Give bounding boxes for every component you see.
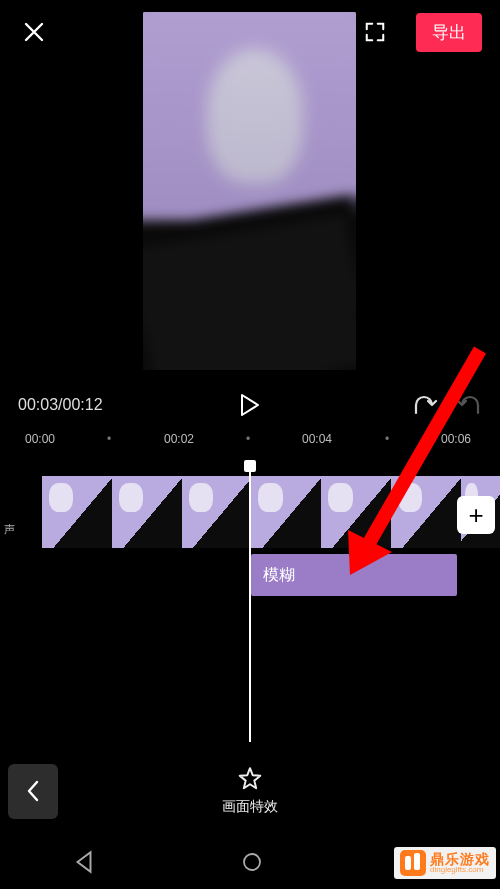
effect-clip-label: 模糊 (263, 565, 295, 586)
ruler-tick: 00:04 (302, 432, 332, 446)
ruler-dot: • (246, 432, 250, 446)
video-preview[interactable] (143, 12, 356, 370)
visual-effects-label: 画面特效 (222, 798, 278, 816)
fullscreen-icon (364, 21, 386, 43)
watermark-brand: 鼎乐游戏 (430, 852, 490, 866)
plus-icon: + (468, 500, 483, 531)
nav-home-button[interactable] (240, 850, 264, 874)
clip-thumb[interactable] (182, 476, 252, 548)
nav-back-button[interactable] (71, 849, 97, 875)
redo-button (456, 393, 482, 417)
close-button[interactable] (18, 16, 50, 48)
clip-thumb[interactable] (391, 476, 461, 548)
play-icon (239, 393, 261, 417)
clip-thumb[interactable] (321, 476, 391, 548)
time-display: 00:03/00:12 (18, 396, 103, 414)
timeline-ruler[interactable]: 00:00 • 00:02 • 00:04 • 00:06 (0, 432, 500, 454)
clip-thumb[interactable] (112, 476, 182, 548)
effect-clip-blur[interactable]: 模糊 (251, 554, 457, 596)
transport-bar: 00:03/00:12 (0, 388, 500, 422)
timeline[interactable]: 声 模糊 + (0, 462, 500, 762)
watermark: 鼎乐游戏 dinglegifts.com (394, 847, 496, 879)
nav-back-icon (71, 849, 97, 875)
ruler-tick: 00:00 (25, 432, 55, 446)
redo-icon (456, 393, 482, 417)
clip-thumb[interactable] (251, 476, 321, 548)
clip-thumbnails[interactable] (42, 476, 500, 548)
preview-blur-overlay (143, 12, 356, 370)
svg-point-2 (244, 854, 260, 870)
back-button[interactable] (8, 764, 58, 819)
ruler-tick: 00:06 (441, 432, 471, 446)
watermark-domain: dinglegifts.com (430, 866, 490, 874)
audio-track-label: 声 (4, 522, 15, 537)
ruler-dot: • (107, 432, 111, 446)
close-icon (22, 20, 46, 44)
undo-button[interactable] (412, 393, 438, 417)
export-button[interactable]: 导出 (416, 13, 482, 52)
playhead[interactable] (249, 462, 251, 742)
play-button[interactable] (239, 393, 261, 417)
chevron-left-icon (25, 779, 41, 803)
ruler-tick: 00:02 (164, 432, 194, 446)
undo-icon (412, 393, 438, 417)
nav-home-icon (240, 850, 264, 874)
tool-bar: 画面特效 (0, 747, 500, 835)
star-icon (237, 766, 263, 792)
watermark-logo-icon (400, 850, 426, 876)
clip-thumb[interactable] (42, 476, 112, 548)
ruler-dot: • (385, 432, 389, 446)
add-clip-button[interactable]: + (457, 496, 495, 534)
visual-effects-tool[interactable]: 画面特效 (222, 766, 278, 816)
fullscreen-button[interactable] (360, 17, 390, 47)
